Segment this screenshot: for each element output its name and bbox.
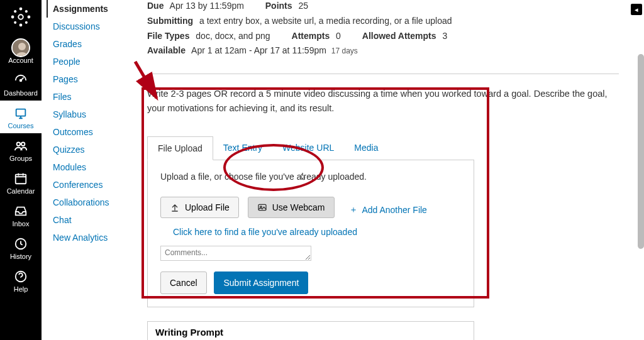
nav-groups[interactable]: Groups (0, 133, 42, 166)
svg-point-12 (20, 80, 22, 82)
tab-file-upload[interactable]: File Upload (147, 136, 213, 160)
history-icon (14, 236, 28, 251)
upload-icon (170, 202, 180, 212)
plus-icon: ＋ (349, 204, 358, 216)
allowed-value: 3 (442, 31, 447, 41)
filetypes-value: doc, docx, and png (196, 31, 270, 41)
add-another-label: Add Another File (362, 205, 427, 215)
svg-point-2 (11, 16, 14, 19)
help-icon (14, 269, 28, 284)
attempts-label: Attempts (292, 31, 330, 41)
tab-website-url[interactable]: Website URL (272, 136, 344, 160)
assignment-details: Due Apr 13 by 11:59pm Points 25 Submitti… (147, 0, 619, 74)
course-nav-newanalytics[interactable]: New Analytics (48, 229, 122, 246)
use-webcam-button[interactable]: Use Webcam (248, 197, 335, 218)
nav-history[interactable]: History (0, 231, 42, 264)
rubric-title: Writing Prompt (147, 321, 474, 340)
course-nav-discussions[interactable]: Discussions (48, 18, 122, 35)
course-nav-files[interactable]: Files (48, 88, 122, 106)
nav-account-label: Account (8, 57, 33, 64)
available-days: 17 days (331, 47, 358, 55)
top-right-badge[interactable]: ◂ (631, 4, 642, 15)
points-value: 25 (298, 1, 308, 11)
content-area: Due Apr 13 by 11:59pm Points 25 Submitti… (128, 0, 638, 340)
allowed-label: Allowed Attempts (362, 31, 436, 41)
svg-point-15 (21, 143, 25, 146)
svg-point-6 (14, 21, 16, 24)
canvas-logo[interactable] (9, 5, 33, 29)
tab-text-entry[interactable]: Text Entry (213, 136, 272, 160)
nav-account[interactable]: Account (0, 35, 42, 68)
submitting-label: Submitting (147, 16, 193, 26)
course-nav-outcomes[interactable]: Outcomes (48, 123, 122, 141)
svg-point-4 (14, 10, 16, 13)
svg-point-7 (25, 21, 28, 24)
webcam-icon (257, 202, 267, 212)
add-another-file-link[interactable]: ＋ Add Another File (349, 204, 427, 216)
course-nav-syllabus[interactable]: Syllabus (48, 106, 122, 123)
svg-point-3 (28, 16, 31, 19)
use-webcam-label: Use Webcam (272, 202, 325, 212)
calendar-icon (14, 171, 28, 186)
available-label: Available (147, 45, 186, 55)
nav-dashboard-label: Dashboard (4, 89, 38, 97)
course-nav-pages[interactable]: Pages (48, 70, 122, 88)
attempts-value: 0 (336, 31, 341, 41)
course-nav-collaborations[interactable]: Collaborations (48, 194, 122, 211)
nav-inbox[interactable]: Inbox (0, 199, 42, 231)
nav-calendar[interactable]: Calendar (0, 166, 42, 199)
nav-courses[interactable]: Courses (0, 101, 42, 133)
nav-help[interactable]: Help (0, 264, 42, 297)
svg-point-1 (19, 24, 23, 27)
upload-file-label: Upload File (185, 202, 230, 212)
inbox-icon (14, 204, 28, 219)
svg-point-0 (19, 8, 23, 11)
file-upload-panel: Upload a file, or choose file you've alr… (147, 160, 474, 307)
upload-file-button[interactable]: Upload File (160, 197, 239, 218)
course-nav-grades[interactable]: Grades (48, 35, 122, 53)
svg-point-10 (18, 43, 26, 50)
global-nav: Account Dashboard Courses Groups Calenda… (0, 0, 42, 340)
nav-dashboard[interactable]: Dashboard (0, 68, 42, 101)
nav-calendar-label: Calendar (7, 187, 35, 195)
tab-media[interactable]: Media (344, 136, 388, 160)
svg-point-8 (18, 14, 23, 19)
nav-inbox-label: Inbox (13, 220, 30, 228)
course-nav-assignments[interactable]: Assignments (47, 0, 122, 18)
course-nav-quizzes[interactable]: Quizzes (48, 141, 122, 158)
svg-rect-13 (16, 109, 26, 116)
avatar-icon (11, 38, 30, 57)
due-value: Apr 13 by 11:59pm (170, 1, 244, 11)
assignment-instructions: Write 2-3 pages OR record a 5 minute vid… (147, 87, 619, 116)
cursor-pointer-icon (298, 173, 307, 185)
submission-tabs: File Upload Text Entry Website URL Media (147, 136, 474, 160)
nav-history-label: History (10, 253, 31, 260)
course-nav-conferences[interactable]: Conferences (48, 176, 122, 194)
comments-input[interactable] (160, 246, 311, 261)
course-nav-people[interactable]: People (48, 53, 122, 70)
course-nav: Assignments Discussions Grades People Pa… (42, 0, 128, 340)
submit-assignment-button[interactable]: Submit Assignment (214, 271, 308, 294)
course-nav-chat[interactable]: Chat (48, 211, 122, 229)
nav-help-label: Help (14, 285, 28, 293)
svg-rect-16 (16, 175, 26, 184)
find-uploaded-file-link[interactable]: Click here to find a file you've already… (173, 227, 461, 237)
submitting-value: a text entry box, a website url, a media… (199, 16, 452, 26)
nav-groups-label: Groups (9, 155, 32, 162)
courses-icon (14, 106, 28, 121)
nav-courses-label: Courses (8, 122, 34, 129)
cancel-button[interactable]: Cancel (160, 271, 207, 294)
available-value: Apr 1 at 12am - Apr 17 at 11:59pm (191, 45, 326, 55)
upload-hint: Upload a file, or choose file you've alr… (160, 172, 461, 182)
points-label: Points (265, 1, 292, 11)
svg-point-14 (17, 143, 20, 146)
svg-point-5 (25, 10, 28, 13)
scrollbar[interactable] (638, 54, 644, 249)
dashboard-icon (14, 73, 28, 88)
groups-icon (14, 138, 28, 153)
course-nav-modules[interactable]: Modules (48, 158, 122, 176)
due-label: Due (147, 1, 164, 11)
filetypes-label: File Types (147, 31, 189, 41)
